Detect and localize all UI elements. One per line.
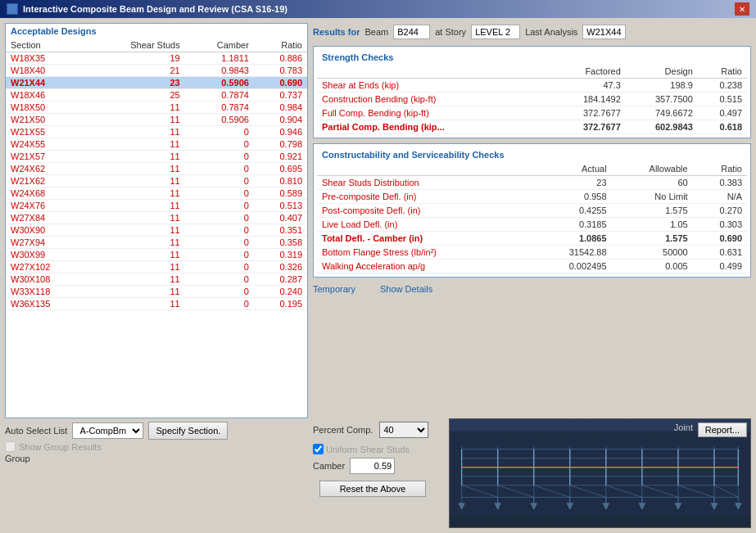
strength-design: 357.7500 xyxy=(626,93,698,106)
ratio-cell: 0.798 xyxy=(254,138,307,151)
table-row[interactable]: W21X62 11 0 0.810 xyxy=(6,175,307,187)
camber-cell: 0 xyxy=(185,187,254,200)
show-details-link[interactable]: Show Details xyxy=(380,284,432,294)
report-button[interactable]: Report... xyxy=(698,422,747,437)
strength-col-ratio: Ratio xyxy=(698,65,747,79)
studs-cell: 11 xyxy=(87,273,184,286)
table-row[interactable]: W18X40 21 0.9843 0.783 xyxy=(6,65,307,77)
studs-cell: 19 xyxy=(87,52,184,65)
table-row[interactable]: W30X90 11 0 0.351 xyxy=(6,224,307,237)
camber-cell: 0.7874 xyxy=(185,89,254,102)
construct-allowable: 1.575 xyxy=(612,204,693,218)
construct-name: Pre-composite Defl. (in) xyxy=(317,190,532,204)
window-title: Interactive Composite Beam Design and Re… xyxy=(23,4,287,14)
ratio-cell: 0.589 xyxy=(254,187,307,200)
table-row[interactable]: W30X108 11 0 0.287 xyxy=(6,273,307,286)
uniform-shear-studs-checkbox[interactable] xyxy=(313,444,324,454)
ratio-cell: 0.319 xyxy=(254,249,307,261)
temporary-link[interactable]: Temporary xyxy=(313,284,355,294)
table-row[interactable]: W18X35 19 1.1811 0.886 xyxy=(6,52,307,65)
section-cell: W30X99 xyxy=(6,249,87,261)
close-button[interactable]: ✕ xyxy=(735,2,749,16)
table-row[interactable]: W21X50 11 0.5906 0.904 xyxy=(6,114,307,126)
construct-ratio: N/A xyxy=(693,190,747,204)
camber-cell: 0 xyxy=(185,126,254,138)
table-row[interactable]: W24X68 11 0 0.589 xyxy=(6,187,307,200)
table-row[interactable]: W18X50 11 0.7874 0.984 xyxy=(6,102,307,114)
title-bar: Interactive Composite Beam Design and Re… xyxy=(0,0,756,18)
specify-section-button[interactable]: Specify Section. xyxy=(148,422,228,440)
section-cell: W21X50 xyxy=(6,114,87,126)
designs-table-container[interactable]: Section Shear Studs Camber Ratio W18X35 … xyxy=(6,38,307,310)
table-row[interactable]: W21X57 11 0 0.921 xyxy=(6,151,307,163)
table-row[interactable]: W24X76 11 0 0.513 xyxy=(6,200,307,212)
construct-allowable: 0.005 xyxy=(612,260,693,273)
strength-factored: 47.3 xyxy=(554,79,626,93)
construct-allowable: No Limit xyxy=(612,190,693,204)
camber-input[interactable]: 0.59 xyxy=(350,458,395,474)
section-cell: W27X94 xyxy=(6,237,87,249)
camber-cell: 0 xyxy=(185,200,254,212)
construct-name: Shear Studs Distribution xyxy=(317,176,532,190)
studs-cell: 11 xyxy=(87,224,184,237)
construct-actual: 31542.88 xyxy=(532,246,612,260)
section-cell: W21X57 xyxy=(6,151,87,163)
camber-cell: 0 xyxy=(185,249,254,261)
strength-factored: 184.1492 xyxy=(554,93,626,106)
studs-cell: 11 xyxy=(87,151,184,163)
studs-cell: 21 xyxy=(87,65,184,77)
reset-button[interactable]: Reset the Above xyxy=(319,481,426,497)
last-analysis-label: Last Analysis xyxy=(525,27,577,37)
construct-ratio: 0.303 xyxy=(693,218,747,232)
camber-cell: 0.5906 xyxy=(185,77,254,89)
section-cell: W27X102 xyxy=(6,261,87,273)
strength-checks-box: Strength Checks Factored Design Ratio Sh… xyxy=(313,46,751,138)
strength-design: 749.6672 xyxy=(626,106,698,120)
table-row[interactable]: W21X44 23 0.5906 0.690 xyxy=(6,77,307,89)
group-label: Group xyxy=(5,454,30,463)
table-row[interactable]: W24X62 11 0 0.695 xyxy=(6,163,307,175)
table-row[interactable]: W36X135 11 0 0.195 xyxy=(6,298,307,310)
camber-cell: 0 xyxy=(185,237,254,249)
at-story-label: at Story xyxy=(435,27,466,37)
strength-check-row: Construction Bending (kip-ft) 184.1492 3… xyxy=(317,93,747,106)
studs-cell: 11 xyxy=(87,102,184,114)
strength-checks-title: Strength Checks xyxy=(317,50,747,65)
strength-col-factored: Factored xyxy=(554,65,626,79)
table-row[interactable]: W27X94 11 0 0.358 xyxy=(6,237,307,249)
strength-check-row: Shear at Ends (kip) 47.3 198.9 0.238 xyxy=(317,79,747,93)
table-row[interactable]: W27X102 11 0 0.326 xyxy=(6,261,307,273)
camber-cell: 0 xyxy=(185,224,254,237)
uniform-shear-studs-label: Uniform Shear Studs xyxy=(326,445,410,454)
table-row[interactable]: W21X55 11 0 0.946 xyxy=(6,126,307,138)
table-row[interactable]: W33X118 11 0 0.240 xyxy=(6,286,307,298)
construct-col-name xyxy=(317,162,532,176)
table-row[interactable]: W24X55 11 0 0.798 xyxy=(6,138,307,151)
strength-factored: 372.7677 xyxy=(554,106,626,120)
story-value: LEVEL 2 xyxy=(471,25,520,39)
camber-cell: 0.5906 xyxy=(185,114,254,126)
camber-cell: 1.1811 xyxy=(185,52,254,65)
show-group-results-checkbox[interactable] xyxy=(5,441,16,452)
strength-col-design: Design xyxy=(626,65,698,79)
camber-cell: 0 xyxy=(185,212,254,224)
percent-comp-select[interactable]: 40 50 60 75 100 xyxy=(379,422,428,438)
ratio-cell: 0.513 xyxy=(254,200,307,212)
section-cell: W33X118 xyxy=(6,286,87,298)
strength-check-row: Partial Comp. Bending (kip... 372.7677 6… xyxy=(317,120,747,134)
results-header: Results for Beam B244 at Story LEVEL 2 L… xyxy=(313,23,751,41)
camber-label: Camber xyxy=(313,461,345,471)
results-for-label: Results for xyxy=(313,27,360,37)
strength-name: Construction Bending (kip-ft) xyxy=(317,93,554,106)
construct-name: Bottom Flange Stress (lb/in²) xyxy=(317,246,532,260)
construct-allowable: 1.05 xyxy=(612,218,693,232)
table-row[interactable]: W27X84 11 0 0.407 xyxy=(6,212,307,224)
table-row[interactable]: W30X99 11 0 0.319 xyxy=(6,249,307,261)
construct-name: Walking Acceleration ap/g xyxy=(317,260,532,273)
table-row[interactable]: W18X46 25 0.7874 0.737 xyxy=(6,89,307,102)
section-cell: W24X55 xyxy=(6,138,87,151)
studs-cell: 11 xyxy=(87,261,184,273)
auto-select-dropdown[interactable]: A-CompBm xyxy=(72,422,143,439)
studs-cell: 11 xyxy=(87,212,184,224)
ratio-cell: 0.287 xyxy=(254,273,307,286)
